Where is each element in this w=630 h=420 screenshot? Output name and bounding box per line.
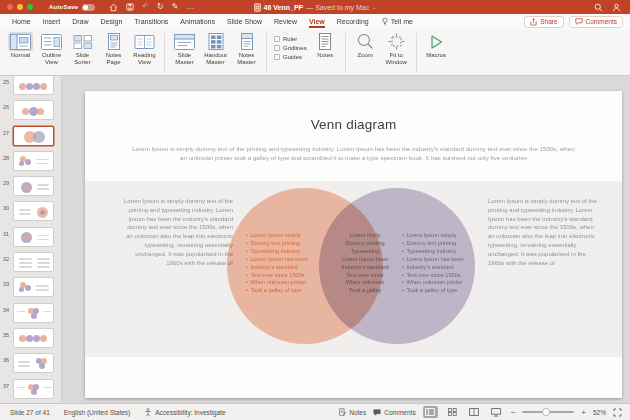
slide-thumbnail-33[interactable] — [13, 277, 54, 297]
venn-list-item: •Industry's standard — [402, 264, 488, 272]
tab-recording[interactable]: Recording — [331, 16, 375, 28]
slideshow-view-button[interactable] — [489, 406, 504, 418]
ribbon-button-normal[interactable]: Normal — [6, 32, 36, 59]
zoom-out-button[interactable]: − — [511, 408, 516, 417]
tab-home[interactable]: Home — [6, 16, 37, 28]
zoom-slider-thumb[interactable] — [542, 408, 550, 416]
slide-thumbnail-25[interactable] — [13, 76, 54, 95]
zoom-slider[interactable] — [522, 411, 574, 413]
venn-left-list[interactable]: •Lorem Ipsum simply•Dummy text printing•… — [246, 232, 332, 295]
tab-view[interactable]: View — [303, 16, 331, 28]
slide-sorter-view-button[interactable] — [445, 406, 460, 418]
venn-list-item: Lorem Imply — [332, 232, 398, 240]
ribbon-button-notes-page[interactable]: Notes Page — [99, 32, 129, 66]
zoom-level[interactable]: 52% — [593, 409, 606, 416]
ribbon-button-macros[interactable]: Macros — [421, 32, 451, 59]
normal-view-button[interactable] — [423, 406, 438, 418]
minimize-window-button[interactable] — [17, 4, 23, 10]
share-label: Share — [540, 18, 557, 25]
fit-slide-icon[interactable] — [613, 408, 622, 417]
user-icon[interactable] — [612, 3, 621, 12]
venn-list-item: •Lorem Ipsum simply — [246, 232, 332, 240]
checkbox-guides[interactable]: Guides — [274, 54, 307, 60]
slide-thumbnail-36[interactable] — [13, 353, 54, 373]
venn-right-list[interactable]: •Lorem Ipsum simply•Dummy text printing•… — [402, 232, 488, 295]
slide-counter[interactable]: Slide 27 of 41 — [10, 409, 50, 416]
checkbox-gridlines[interactable]: Gridlines — [274, 45, 307, 51]
ribbon-button-notes[interactable]: Notes — [310, 32, 340, 59]
accessibility-status[interactable]: Accessibility: Investigate — [144, 408, 225, 417]
venn-left-paragraph[interactable]: Lorem Ipsum is simply dummy text of the … — [119, 197, 233, 267]
slide-title[interactable]: Venn diagram — [85, 117, 622, 132]
tab-design[interactable]: Design — [95, 16, 129, 28]
ribbon-button-fit-to-window[interactable]: Fit to Window — [381, 32, 411, 66]
ribbon-button-outline-view[interactable]: Outline View — [37, 32, 67, 66]
slide-thumbnail-panel[interactable]: 25 26 27 28 29 30 31 32 33 34 35 36 37 — [0, 76, 62, 403]
tab-insert[interactable]: Insert — [37, 16, 67, 28]
ribbon-button-handout-master[interactable]: Handout Master — [201, 32, 231, 66]
tab-slide-show[interactable]: Slide Show — [221, 16, 268, 28]
slide-thumbnail-28[interactable] — [13, 151, 54, 171]
ribbon-button-slide-sorter[interactable]: Slide Sorter — [68, 32, 98, 66]
checkbox-box-guides[interactable] — [274, 54, 280, 60]
tab-transitions[interactable]: Transitions — [128, 16, 174, 28]
reading-view-button[interactable] — [467, 406, 482, 418]
tab-draw[interactable]: Draw — [66, 16, 94, 28]
checkbox-ruler[interactable]: Ruler — [274, 36, 307, 42]
close-window-button[interactable] — [7, 4, 13, 10]
slide-thumbnail-29[interactable] — [13, 176, 54, 196]
ribbon-button-label: Handout Master — [201, 52, 231, 66]
tab-tell-me[interactable]: Tell me — [375, 17, 419, 26]
slide-thumbnail-31[interactable] — [13, 227, 54, 247]
slide-thumbnail-row: 33 — [0, 275, 61, 300]
comments-toggle[interactable]: Comments — [373, 409, 415, 416]
ribbon-button-slide-master[interactable]: Slide Master — [170, 32, 200, 66]
venn-center-list[interactable]: Lorem ImplyDummy printingTypesettingLore… — [332, 232, 398, 295]
ribbon-button-zoom[interactable]: Zoom — [350, 32, 380, 59]
ribbon-button-notes-master[interactable]: Notes Master — [232, 32, 262, 66]
slide-thumbnail-26[interactable] — [13, 100, 54, 120]
tab-review[interactable]: Review — [268, 16, 303, 28]
slide-thumbnail-27[interactable] — [13, 126, 54, 146]
checkbox-box-gridlines[interactable] — [274, 45, 280, 51]
checkbox-box-ruler[interactable] — [274, 36, 280, 42]
checkbox-label: Ruler — [283, 36, 297, 42]
language-selector[interactable]: English (United States) — [64, 409, 130, 416]
slide-number: 27 — [3, 130, 9, 136]
ribbon-button-reading-view[interactable]: Reading View — [130, 32, 160, 66]
slide-canvas: Venn diagram Lorem Ipsum is simply dummy… — [62, 76, 630, 403]
bullet-icon: • — [402, 232, 404, 240]
venn-right-paragraph[interactable]: Lorem Ipsum is simply dummy text of the … — [488, 197, 602, 267]
slide-thumbnail-row: 30 — [0, 199, 61, 224]
autosave-toggle[interactable] — [82, 4, 95, 11]
zoom-in-button[interactable]: + — [581, 408, 586, 417]
tab-animations[interactable]: Animations — [174, 16, 221, 28]
search-icon[interactable] — [594, 3, 603, 12]
tab-strip: HomeInsertDrawDesignTransitionsAnimation… — [6, 16, 375, 28]
slide-sorter-icon — [73, 34, 93, 50]
slide-thumbnail-32[interactable] — [13, 252, 54, 272]
home-icon[interactable] — [109, 3, 118, 12]
notes-master-icon — [240, 33, 254, 50]
slide-27[interactable]: Venn diagram Lorem Ipsum is simply dummy… — [85, 91, 622, 398]
slide-number: 25 — [3, 79, 9, 85]
zoom-window-button[interactable] — [27, 4, 33, 10]
bullet-icon: • — [246, 279, 248, 287]
share-button[interactable]: Share — [524, 16, 563, 28]
slide-thumbnail-37[interactable] — [13, 379, 54, 399]
venn-list-item: •Took a galley of type — [246, 287, 332, 295]
undo-icon[interactable]: ↶ — [142, 3, 149, 11]
notes-icon — [339, 408, 346, 416]
comments-button[interactable]: Comments — [569, 16, 623, 28]
venn-list-item: Typesetting — [332, 248, 398, 256]
reading-view-icon — [134, 34, 155, 50]
slide-thumbnail-34[interactable] — [13, 303, 54, 323]
slide-thumbnail-35[interactable] — [13, 328, 54, 348]
bullet-icon: • — [246, 256, 248, 264]
slide-thumbnail-30[interactable] — [13, 201, 54, 221]
title-chevron-icon[interactable]: ⌄ — [372, 4, 376, 10]
view-outline-icon — [41, 34, 62, 50]
notes-toggle[interactable]: Notes — [339, 408, 366, 416]
save-icon[interactable] — [126, 3, 134, 11]
slide-subtitle[interactable]: Lorem Ipsum is simply dummy text of the … — [129, 145, 578, 162]
